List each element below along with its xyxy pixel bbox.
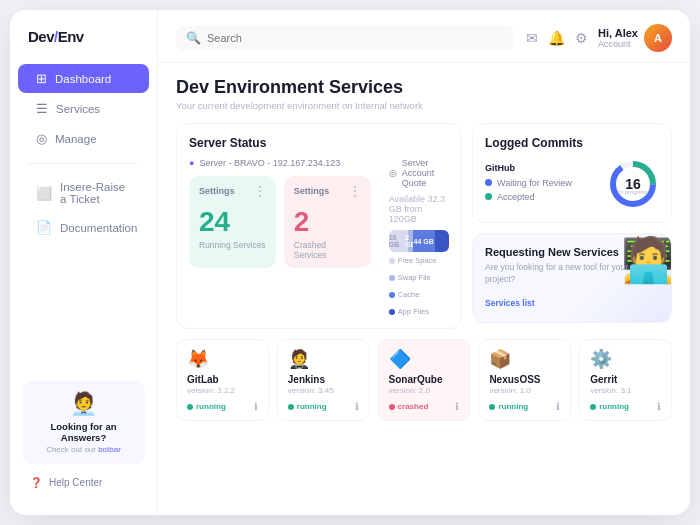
gerrit-status: running xyxy=(590,402,629,411)
service-card-gitlab: 🦊 GitLab version: 3.2.2 running ℹ xyxy=(176,339,269,421)
top-grid: Server Status ● Server - BRAVO - 192.167… xyxy=(176,123,672,329)
quota-legend: Free Space Swap File Cache xyxy=(389,256,449,316)
crashed-dot xyxy=(389,404,395,410)
info-icon[interactable]: ℹ xyxy=(355,401,359,412)
sidebar-item-label: Insere-Raise a Ticket xyxy=(60,181,131,205)
server-panels-col: ● Server - BRAVO - 192.167.234.123 Setti… xyxy=(189,158,371,316)
service-card-sonarqube: 🔷 SonarQube version: 2.0 crashed ℹ xyxy=(378,339,471,421)
services-icon: ☰ xyxy=(36,101,48,116)
info-icon[interactable]: ℹ xyxy=(455,401,459,412)
commits-title: Logged Commits xyxy=(485,136,659,150)
info-icon[interactable]: ℹ xyxy=(556,401,560,412)
sidebar-item-manage[interactable]: ◎ Manage xyxy=(18,124,149,153)
docs-icon: 📄 xyxy=(36,220,52,235)
commits-source: GitHub xyxy=(485,163,599,173)
settings-icon[interactable]: ⚙ xyxy=(575,30,588,46)
jenkins-name: Jenkins xyxy=(288,374,359,385)
quota-text: Available 32.3 GB from 120GB xyxy=(389,194,449,224)
server-panels: Settings ⋮ 24 Running Services Settings xyxy=(189,176,371,268)
main-area: 🔍 ✉ 🔔 ⚙ Hi, Alex Account A Dev Environme… xyxy=(158,10,690,515)
nexus-name: NexusOSS xyxy=(489,374,560,385)
search-icon: 🔍 xyxy=(186,31,201,45)
running-panel: Settings ⋮ 24 Running Services xyxy=(189,176,276,268)
nexus-version: version: 1.0 xyxy=(489,386,560,395)
help-icon: ❓ xyxy=(30,477,42,488)
service-card-nexus: 📦 NexusOSS version: 1.0 running ℹ xyxy=(478,339,571,421)
commits-list: GitHub Waiting for Review Accepted xyxy=(485,163,599,206)
sidebar-item-label: Services xyxy=(56,103,100,115)
avatar: A xyxy=(644,24,672,52)
running-dot xyxy=(489,404,495,410)
sonar-name: SonarQube xyxy=(389,374,460,385)
services-list-link[interactable]: Services list xyxy=(485,298,535,308)
commits-accepted: Accepted xyxy=(485,192,599,202)
server-status-header: ● Server - BRAVO - 192.167.234.123 Setti… xyxy=(189,158,449,316)
legend-app: App Files xyxy=(389,307,429,316)
info-icon[interactable]: ℹ xyxy=(657,401,661,412)
crashed-desc: Crashed Services xyxy=(294,240,361,260)
sidebar-item-ticket[interactable]: ⬜ Insere-Raise a Ticket xyxy=(18,174,149,212)
sonar-status: crashed xyxy=(389,402,429,411)
helper-link[interactable]: botbar xyxy=(98,445,121,454)
crashed-count: 2 xyxy=(294,206,361,238)
gerrit-footer: running ℹ xyxy=(590,401,661,412)
jenkins-status: running xyxy=(288,402,327,411)
quota-app xyxy=(435,230,449,252)
sonar-footer: crashed ℹ xyxy=(389,401,460,412)
search-input[interactable] xyxy=(207,32,504,44)
panel-header: Settings ⋮ xyxy=(294,184,361,198)
running-dot xyxy=(288,404,294,410)
mail-icon[interactable]: ✉ xyxy=(526,30,538,46)
quota-title: Server Account Quote xyxy=(402,158,449,188)
commits-waiting: Waiting for Review xyxy=(485,178,599,188)
sidebar-helper: 🧑‍💼 Looking for an Answers? Check out ou… xyxy=(22,381,145,464)
service-card-jenkins: 🤵 Jenkins version: 3.45 running ℹ xyxy=(277,339,370,421)
user-menu[interactable]: Hi, Alex Account A xyxy=(598,24,672,52)
nexus-footer: running ℹ xyxy=(489,401,560,412)
gitlab-name: GitLab xyxy=(187,374,258,385)
crashed-panel: Settings ⋮ 2 Crashed Services xyxy=(284,176,371,268)
gerrit-name: Gerrit xyxy=(590,374,661,385)
panel-label: Settings xyxy=(199,186,235,196)
search-bar[interactable]: 🔍 xyxy=(176,26,514,50)
nexus-logo: 📦 xyxy=(489,348,560,370)
server-info: ● Server - BRAVO - 192.167.234.123 xyxy=(189,158,371,168)
running-dot xyxy=(590,404,596,410)
help-label: Help Center xyxy=(49,477,102,488)
services-grid: 🦊 GitLab version: 3.2.2 running ℹ 🤵 Jenk… xyxy=(176,339,672,421)
requesting-services-card: 🧑‍💻 Requesting New Services Are you look… xyxy=(472,233,672,323)
gitlab-footer: running ℹ xyxy=(187,401,258,412)
quota-dot: ◎ xyxy=(389,168,397,178)
commits-dot-blue xyxy=(485,179,492,186)
info-icon[interactable]: ℹ xyxy=(254,401,258,412)
commits-chart: 16 In progress xyxy=(607,158,659,210)
jenkins-version: version: 3.45 xyxy=(288,386,359,395)
panel-menu[interactable]: ⋮ xyxy=(349,184,361,198)
legend-free: Free Space xyxy=(389,256,437,265)
sidebar-item-label: Dashboard xyxy=(55,73,111,85)
gitlab-logo: 🦊 xyxy=(187,348,258,370)
sonar-version: version: 2.0 xyxy=(389,386,460,395)
service-card-gerrit: ⚙️ Gerrit version: 3.1 running ℹ xyxy=(579,339,672,421)
user-role: Account xyxy=(598,39,638,49)
sidebar-nav: ⊞ Dashboard ☰ Services ◎ Manage ⬜ Insere… xyxy=(10,63,157,371)
commits-card: Logged Commits GitHub Waiting for Review xyxy=(472,123,672,223)
helper-subtitle: Check out our botbar xyxy=(32,445,135,454)
app-logo: Dev/Env xyxy=(10,28,157,63)
quota-section: ◎ Server Account Quote Available 32.3 GB… xyxy=(389,158,449,316)
sidebar-bottom: 🧑‍💼 Looking for an Answers? Check out ou… xyxy=(10,371,157,503)
sidebar-item-services[interactable]: ☰ Services xyxy=(18,94,149,123)
running-dot xyxy=(187,404,193,410)
commits-in-progress: In progress xyxy=(618,189,648,195)
server-status-card: Server Status ● Server - BRAVO - 192.167… xyxy=(176,123,462,329)
bell-icon[interactable]: 🔔 xyxy=(548,30,565,46)
commits-inner: GitHub Waiting for Review Accepted xyxy=(485,158,659,210)
sidebar-divider xyxy=(28,163,139,164)
legend-swap: Swap File xyxy=(389,273,431,282)
sidebar-item-docs[interactable]: 📄 Documentation xyxy=(18,213,149,242)
sidebar-item-help[interactable]: ❓ Help Center xyxy=(22,472,145,493)
right-column: Logged Commits GitHub Waiting for Review xyxy=(472,123,672,329)
panel-menu[interactable]: ⋮ xyxy=(254,184,266,198)
sidebar-item-dashboard[interactable]: ⊞ Dashboard xyxy=(18,64,149,93)
page-subtitle: Your current development environment on … xyxy=(176,100,672,111)
